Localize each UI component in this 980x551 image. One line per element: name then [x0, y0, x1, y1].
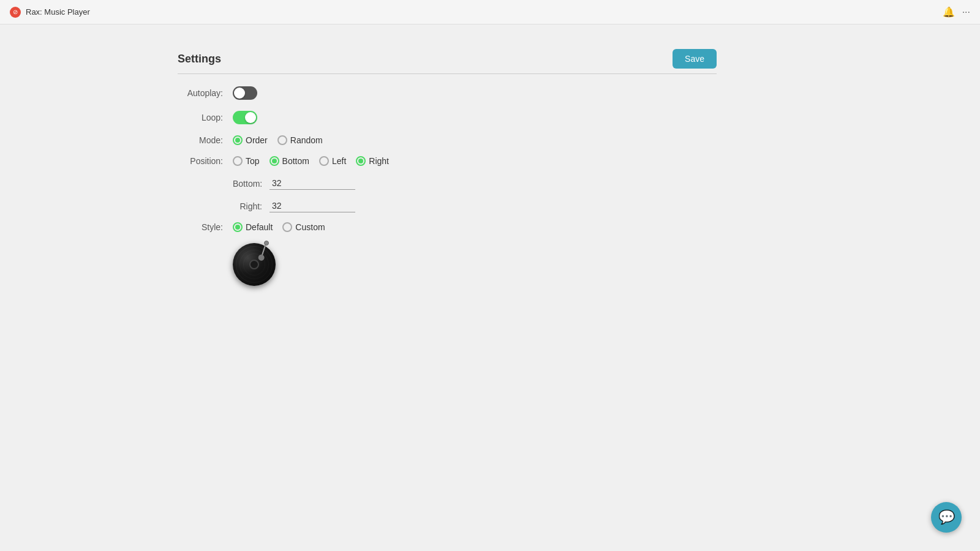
position-bottom-radio: [270, 156, 279, 166]
mode-radio-group: Order Random: [233, 135, 323, 145]
chat-button[interactable]: 💬: [931, 502, 962, 533]
mode-random-label: Random: [290, 135, 323, 145]
divider: [178, 73, 717, 74]
position-right-option[interactable]: Right: [356, 156, 389, 166]
autoplay-row: Autoplay:: [178, 86, 717, 100]
bottom-input[interactable]: [270, 177, 355, 190]
style-default-radio: [233, 222, 243, 232]
loop-thumb: [245, 112, 256, 123]
disc-center: [249, 260, 259, 269]
settings-header: Settings Save: [178, 49, 717, 69]
mode-random-option[interactable]: Random: [277, 135, 323, 145]
player-preview: [233, 243, 288, 292]
loop-toggle[interactable]: [233, 111, 257, 124]
position-left-radio: [319, 156, 329, 166]
mode-order-label: Order: [246, 135, 268, 145]
position-right-radio: [356, 156, 366, 166]
position-top-option[interactable]: Top: [233, 156, 260, 166]
save-button[interactable]: Save: [673, 49, 717, 69]
position-top-radio: [233, 156, 243, 166]
style-label: Style:: [178, 222, 233, 232]
loop-label: Loop:: [178, 113, 233, 122]
style-row: Style: Default Custom: [178, 222, 717, 232]
titlebar: ⊘ Rax: Music Player 🔔 ···: [0, 0, 980, 24]
position-label: Position:: [178, 156, 233, 166]
settings-container: Settings Save Autoplay: Loop: Mode:: [178, 49, 717, 292]
autoplay-thumb: [234, 88, 245, 99]
autoplay-label: Autoplay:: [178, 88, 233, 98]
bottom-input-label: Bottom:: [233, 179, 270, 189]
titlebar-left: ⊘ Rax: Music Player: [10, 7, 90, 18]
position-row: Position: Top Bottom Left Right: [178, 156, 717, 166]
settings-title: Settings: [178, 53, 221, 66]
position-bottom-label: Bottom: [282, 156, 309, 166]
app-title: Rax: Music Player: [26, 7, 90, 17]
mode-order-radio: [233, 135, 243, 145]
position-radio-group: Top Bottom Left Right: [233, 156, 389, 166]
position-left-label: Left: [332, 156, 346, 166]
loop-row: Loop:: [178, 111, 717, 124]
player-disc: [233, 243, 276, 286]
mode-random-radio: [277, 135, 287, 145]
mode-label: Mode:: [178, 135, 233, 145]
bottom-input-row: Bottom:: [233, 177, 717, 190]
app-icon: ⊘: [10, 7, 21, 18]
position-right-label: Right: [369, 156, 389, 166]
right-input[interactable]: [270, 200, 355, 212]
style-custom-radio: [282, 222, 292, 232]
mode-order-option[interactable]: Order: [233, 135, 268, 145]
style-radio-group: Default Custom: [233, 222, 325, 232]
position-bottom-option[interactable]: Bottom: [270, 156, 309, 166]
more-icon[interactable]: ···: [962, 7, 970, 18]
position-left-option[interactable]: Left: [319, 156, 346, 166]
style-default-option[interactable]: Default: [233, 222, 273, 232]
style-default-label: Default: [246, 222, 273, 232]
titlebar-right: 🔔 ···: [943, 6, 970, 18]
bell-icon[interactable]: 🔔: [943, 6, 955, 18]
style-custom-label: Custom: [295, 222, 325, 232]
position-top-label: Top: [246, 156, 260, 166]
autoplay-toggle[interactable]: [233, 86, 257, 100]
style-custom-option[interactable]: Custom: [282, 222, 325, 232]
right-input-row: Right:: [233, 200, 717, 212]
arm-pivot: [264, 241, 269, 246]
mode-row: Mode: Order Random: [178, 135, 717, 145]
right-input-label: Right:: [233, 201, 270, 211]
main-content: Settings Save Autoplay: Loop: Mode:: [0, 24, 980, 292]
